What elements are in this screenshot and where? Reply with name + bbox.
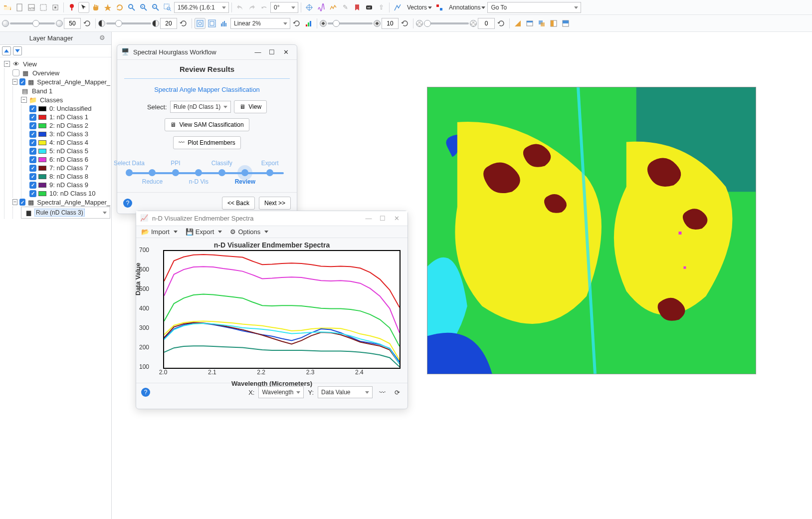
checkbox[interactable]: ✓ (29, 190, 36, 197)
ntf-icon[interactable]: NTF (26, 2, 37, 13)
spectral-icon[interactable] (316, 2, 327, 13)
tree-node-sam2[interactable]: −✓▩Spectral_Angle_Mapper_ (12, 198, 110, 207)
y-axis-select[interactable]: Data Value (318, 386, 373, 398)
swipe-icon[interactable] (560, 18, 571, 29)
line-chart[interactable] (163, 250, 401, 369)
zoom-box-icon[interactable] (162, 2, 173, 13)
maximize-icon[interactable]: ☐ (265, 46, 279, 58)
checkbox[interactable]: ✓ (19, 78, 25, 85)
wizard-step[interactable] (218, 169, 225, 176)
redo-icon[interactable] (246, 2, 257, 13)
zoom-level-input[interactable]: 156.2% (1.6:1 (174, 2, 229, 13)
tree-node-sam[interactable]: −✓▩Spectral_Angle_Mapper_ (12, 77, 110, 86)
checkbox[interactable]: ✓ (29, 148, 36, 155)
fly-icon[interactable] (102, 2, 113, 13)
tree-node-class[interactable]: ✓1: nD Class 1 (29, 113, 110, 121)
next-button[interactable]: Next >> (259, 197, 291, 210)
pin-icon[interactable] (66, 2, 77, 13)
wizard-step[interactable] (266, 169, 273, 176)
import-menu[interactable]: 📂Import (140, 228, 182, 236)
checkbox[interactable]: ✓ (29, 165, 36, 172)
tree-node-class[interactable]: ✓8: nD Class 8 (29, 172, 110, 181)
gear-icon[interactable]: ⚙ (99, 34, 108, 43)
brightness-input[interactable] (64, 18, 81, 29)
titlebar[interactable]: 📈 n-D Visualizer Endmember Spectra — ☐ ✕ (136, 211, 407, 226)
transparency-slider[interactable] (416, 20, 477, 27)
twisty-icon[interactable]: − (12, 199, 17, 205)
sharpen-slider[interactable] (320, 20, 381, 27)
vectors-icon[interactable] (392, 2, 403, 13)
rule-select[interactable]: Rule (nD Class 1) (170, 101, 231, 113)
sharpen-input[interactable] (382, 18, 399, 29)
tree-node-class[interactable]: ✓6: nD Class 6 (29, 155, 110, 164)
view-sam-button[interactable]: 🖥View SAM Classification (165, 118, 249, 131)
rel-icon[interactable]: rel (364, 2, 375, 13)
minimize-icon[interactable]: — (362, 213, 376, 225)
tree-node-view[interactable]: −👁View (4, 59, 110, 68)
tree-node-classes[interactable]: −📁Classes (21, 95, 110, 104)
edit-icon[interactable]: ✎ (340, 2, 351, 13)
checkbox[interactable]: ✓ (19, 199, 25, 206)
pointer-icon[interactable] (78, 2, 89, 13)
bookmark-icon[interactable] (352, 2, 363, 13)
tree-node-rule3[interactable]: ▆Rule (nD Class 3) (21, 207, 110, 219)
expand-all-icon[interactable] (13, 46, 22, 55)
plot-endmembers-button[interactable]: 〰Plot Endmembers (173, 136, 240, 149)
annotations-icon[interactable] (434, 2, 445, 13)
goto-dropdown[interactable]: Go To (487, 2, 581, 13)
refresh-icon[interactable] (496, 18, 507, 29)
refresh-icon[interactable] (400, 18, 410, 29)
close-icon[interactable]: ✕ (390, 213, 404, 225)
wizard-step[interactable] (149, 169, 156, 176)
hist-icon[interactable] (218, 18, 229, 29)
tree-node-class[interactable]: ✓10: nD Class 10 (29, 189, 110, 198)
help-icon[interactable]: ? (123, 199, 132, 208)
x-axis-select[interactable]: Wavelength (258, 386, 304, 398)
collapse-all-icon[interactable] (2, 46, 11, 55)
contrast-input[interactable] (160, 18, 177, 29)
refresh-icon[interactable] (178, 18, 189, 29)
stretch-type-dropdown[interactable]: Linear 2% (230, 18, 290, 29)
pan-icon[interactable] (90, 2, 101, 13)
portal-icon[interactable] (524, 18, 535, 29)
checkbox[interactable]: ✓ (29, 122, 36, 129)
options-menu[interactable]: ⚙Options (229, 228, 272, 236)
minimize-icon[interactable]: — (251, 46, 265, 58)
line-style-icon[interactable]: 〰 (377, 387, 388, 398)
flicker-icon[interactable] (548, 18, 559, 29)
tree-node-class[interactable]: ✓2: nD Class 2 (29, 121, 110, 130)
checkbox[interactable]: ✓ (29, 182, 36, 189)
wizard-step[interactable] (126, 169, 133, 176)
contrast-tool-icon[interactable] (512, 18, 523, 29)
select-icon[interactable] (38, 2, 49, 13)
refresh-icon[interactable] (82, 18, 93, 29)
history-icon[interactable]: ⤺ (258, 2, 269, 13)
transparency-input[interactable] (478, 18, 495, 29)
export-menu[interactable]: 💾Export (185, 228, 226, 236)
contrast-slider[interactable] (98, 20, 159, 27)
brightness-slider[interactable] (2, 20, 63, 27)
checkbox[interactable]: ✓ (29, 173, 36, 180)
annotations-menu[interactable]: Annotations (446, 2, 486, 13)
back-button[interactable]: << Back (222, 197, 255, 210)
chip-icon[interactable] (50, 2, 61, 13)
checkbox[interactable]: ✓ (29, 139, 36, 146)
titlebar[interactable]: 🖥️ Spectral Hourglass Workflow — ☐ ✕ (117, 45, 297, 60)
zoom-out-icon[interactable]: − (150, 2, 161, 13)
checkbox[interactable]: ✓ (29, 156, 36, 163)
stretch-mode-b-icon[interactable] (206, 18, 217, 29)
stretch-settings-icon[interactable] (303, 18, 314, 29)
rotation-input[interactable]: 0° (270, 2, 298, 13)
tree-node-overview[interactable]: ▦Overview (12, 68, 110, 77)
refresh-icon[interactable]: ⟳ (392, 387, 403, 398)
tree-node-class[interactable]: ✓0: Unclassified (29, 104, 110, 113)
wizard-step[interactable] (241, 169, 248, 176)
classification-map[interactable] (427, 87, 756, 374)
vectors-menu[interactable]: Vectors (404, 2, 433, 13)
tree-node-class[interactable]: ✓3: nD Class 3 (29, 130, 110, 138)
wizard-step[interactable] (172, 169, 179, 176)
close-icon[interactable]: ✕ (279, 46, 293, 58)
tree-node-class[interactable]: ✓9: nD Class 9 (29, 181, 110, 189)
zoom-in-icon[interactable]: + (138, 2, 149, 13)
maximize-icon[interactable]: ☐ (376, 213, 390, 225)
